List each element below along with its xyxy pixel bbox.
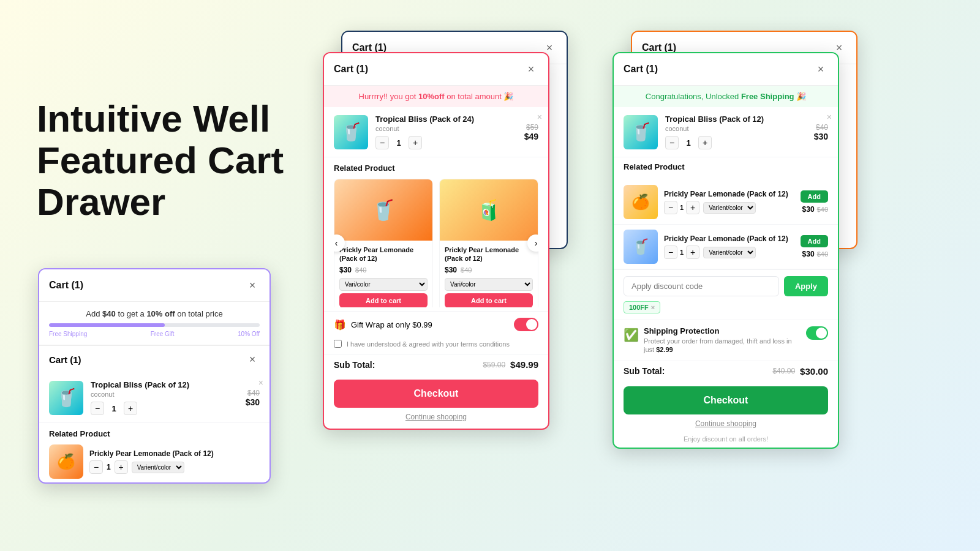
drawer2-subtotal-label: Sub Total: xyxy=(334,360,375,370)
drawer1-item-info: Tropical Bliss (Pack of 12) coconut − 1 … xyxy=(91,380,238,415)
drawer1-progress-labels: Free Shipping Free Gift 10% Off xyxy=(49,331,260,337)
drawer2-related-grid: 🥤 Prickly Pear Lemonade (Pack of 12) $30… xyxy=(334,179,538,307)
drawer1-title: Cart (1) xyxy=(49,280,83,291)
drawer4-discount-code: 100FF xyxy=(629,304,649,311)
drawer4-qty-minus[interactable]: − xyxy=(665,136,679,149)
drawer1-item-image: 🥤 xyxy=(49,381,83,415)
drawer4-discount-tag-remove[interactable]: × xyxy=(651,304,655,311)
drawer1-progress-text: Add $40 to get a 10% off on total price xyxy=(49,309,260,318)
drawer1-progress-track xyxy=(49,323,260,327)
drawer4-related1-qty-plus[interactable]: + xyxy=(686,201,699,214)
drawer4-discount-input[interactable] xyxy=(624,276,779,296)
drawer2-alert-suffix: on total amount 🎉 xyxy=(445,92,514,101)
drawer4-alert-highlight: Free Shipping xyxy=(741,92,794,101)
drawer1-item-price: $40 $30 xyxy=(246,389,260,407)
sp-content: Shipping Protection Protect your order f… xyxy=(644,326,801,354)
drawer1-close-button[interactable]: × xyxy=(245,278,260,293)
drawer1-related-img: 🍊 xyxy=(49,444,83,479)
drawer1-inner-title: Cart (1) xyxy=(49,354,81,365)
drawer1-qty-minus[interactable]: − xyxy=(91,402,104,415)
drawer1-variant-select[interactable]: Varient/color xyxy=(132,462,184,473)
drawer2-terms-row: I have understood & agreed with your ter… xyxy=(324,337,548,354)
drawer4-related2-prices: $30 $40 xyxy=(801,250,828,258)
drawer2-product2-variant-select[interactable]: Vari/color xyxy=(445,278,533,291)
drawer2-cart-item: 🥤 Tropical Bliss (Pack of 24) coconut − … xyxy=(324,107,548,157)
shield-check-icon: ✅ xyxy=(624,328,639,342)
drawer2-terms-checkbox[interactable] xyxy=(334,340,342,348)
drawer4-related-row-1: 🍊 Prickly Pear Lemonade (Pack of 12) − 1… xyxy=(614,180,838,225)
drawer4-related2-info: Prickly Pear Lemonade (Pack of 12) − 1 +… xyxy=(664,234,794,259)
drawer1-item-close[interactable]: × xyxy=(258,378,263,388)
drawer2-continue-shopping[interactable]: Continue shooping xyxy=(324,413,548,429)
drawer1-related-qty-plus[interactable]: + xyxy=(115,460,128,474)
drawer1-qty-num: 1 xyxy=(109,404,119,413)
drawer4-related1-info: Prickly Pear Lemonade (Pack of 12) − 1 +… xyxy=(664,190,794,214)
drawer4-related1-image: 🍊 xyxy=(624,185,658,219)
drawer2-product2-body: Prickly Pear Lemonade (Pack of 12) $30 $… xyxy=(440,241,538,307)
drawer4-discount-tag: 100FF × xyxy=(624,301,660,313)
drawer4-related2-variant-select[interactable]: Varient/color xyxy=(703,247,756,258)
drawer1-related-section: Related Product 🍊 Prickly Pear Lemonade … xyxy=(39,423,270,482)
drawer2-item-name: Tropical Bliss (Pack of 24) xyxy=(375,114,517,124)
drawer2-title: Cart (1) xyxy=(334,64,368,75)
drawer4-related1-qty-num: 1 xyxy=(680,204,684,211)
drawer4-item-close[interactable]: × xyxy=(827,112,832,122)
drawer1-qty-plus[interactable]: + xyxy=(124,402,137,415)
sp-left: ✅ Shipping Protection Protect your order… xyxy=(624,326,801,354)
drawer4-related1-add-button[interactable]: Add xyxy=(801,190,828,203)
drawer2-product2-image: 🧃 xyxy=(440,179,538,241)
drawer4-close[interactable]: × xyxy=(813,62,828,77)
drawer2-item-image: 🥤 xyxy=(334,115,368,149)
drawer2-price-new: $49 xyxy=(524,132,538,141)
drawer1-inner-close[interactable]: × xyxy=(245,352,260,367)
drawer1-qty-control: − 1 + xyxy=(91,402,238,415)
drawer4-shipping-protection-toggle[interactable] xyxy=(806,326,828,340)
drawer4-related2-qty-num: 1 xyxy=(680,249,684,256)
drawer4-related2-price-old: $40 xyxy=(817,250,828,258)
drawer4-continue-shopping[interactable]: Continue shooping xyxy=(614,419,838,435)
drawer1-related-qty-row: − 1 + Varient/color xyxy=(89,460,214,474)
drawer2-related-section: Related Product ‹ 🥤 Prickly Pear Lemonad… xyxy=(324,157,548,311)
drawer2-product1-image: 🥤 xyxy=(334,179,432,241)
drawer4-qty-plus[interactable]: + xyxy=(698,136,712,149)
drawer2-product2-add-to-cart[interactable]: Add to cart xyxy=(445,293,533,307)
drawer2-product1-price-old: $40 xyxy=(355,266,366,274)
drawer2-qty-plus[interactable]: + xyxy=(409,136,422,149)
drawer2-subtotal-prices: $59.00 $49.99 xyxy=(483,359,538,370)
drawer4-item-image: 🥤 xyxy=(624,115,658,149)
drawer4-checkout-button[interactable]: Checkout xyxy=(624,386,828,414)
drawer1-progress-fill xyxy=(49,323,165,327)
drawer4-related2-qty: − 1 + xyxy=(664,246,699,259)
drawer4-qty-control: − 1 + xyxy=(665,136,807,149)
drawer4-discount-section: Apply 100FF × xyxy=(614,269,838,320)
drawer2-item-price: $59 $49 xyxy=(524,123,538,141)
drawer2-product1-add-to-cart[interactable]: Add to cart xyxy=(339,293,428,307)
drawer2-product1-variant-select[interactable]: Vari/color xyxy=(339,278,428,291)
drawer2-checkout-button[interactable]: Checkout xyxy=(334,380,538,408)
drawer4-related1-variant-select[interactable]: Varient/color xyxy=(703,202,756,214)
drawer2-qty-minus[interactable]: − xyxy=(375,136,389,149)
drawer4-related1-qty-minus[interactable]: − xyxy=(664,201,677,214)
drawer2-alert-discount: 10%off xyxy=(418,92,445,101)
label-10off: 10% Off xyxy=(238,331,260,337)
drawer2-subtotal-row: Sub Total: $59.00 $49.99 xyxy=(324,354,548,375)
drawer4-related2-add-button[interactable]: Add xyxy=(801,235,828,247)
drawer4-alert-suffix: 🎉 xyxy=(794,92,807,101)
drawer4-item-name: Tropical Bliss (Pack of 12) xyxy=(665,114,807,124)
drawer1-item-variant: coconut xyxy=(91,391,238,398)
drawer1-related-qty-minus[interactable]: − xyxy=(89,460,103,474)
drawer4-subtotal-prices: $40.00 $30.00 xyxy=(772,366,828,377)
drawer4-subtotal-new: $30.00 xyxy=(800,366,828,377)
drawer2-related-title: Related Product xyxy=(334,163,538,173)
drawer2-related-card-1: 🥤 Prickly Pear Lemonade (Pack of 12) $30… xyxy=(334,179,433,307)
drawer4-related2-qty-minus[interactable]: − xyxy=(664,246,677,259)
drawer1-related-name: Prickly Pear Lemonade (Pack of 12) xyxy=(89,449,214,458)
drawer2-item-close[interactable]: × xyxy=(537,112,542,122)
drawer4-apply-button[interactable]: Apply xyxy=(784,276,828,296)
drawer4-related2-qty-plus[interactable]: + xyxy=(686,246,699,259)
drawer2-gift-toggle[interactable] xyxy=(514,318,538,331)
drawer4-item-price: $40 $30 xyxy=(814,123,828,141)
label-free-gift: Free Gift xyxy=(151,331,175,337)
drawer2-close[interactable]: × xyxy=(524,62,538,77)
drawer2-subtotal-old: $59.00 xyxy=(483,361,505,369)
